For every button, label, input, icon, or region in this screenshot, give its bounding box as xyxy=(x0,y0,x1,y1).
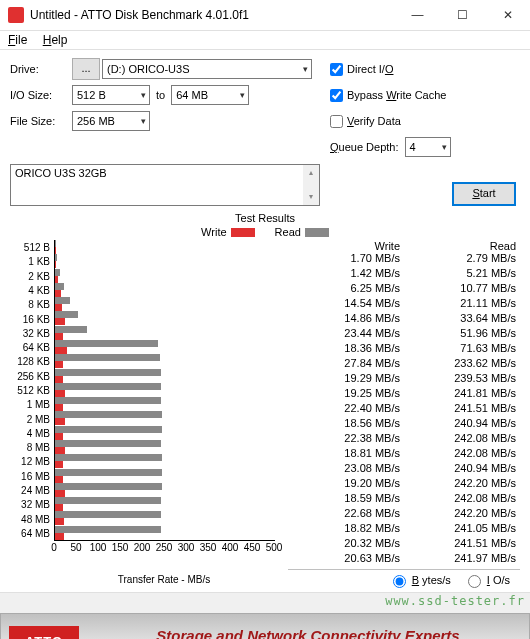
bar-write xyxy=(55,447,65,454)
scroll-down-icon[interactable]: ▾ xyxy=(303,189,319,205)
to-label: to xyxy=(156,89,165,101)
bar-read xyxy=(55,283,64,290)
bar-read xyxy=(55,454,162,461)
window-title: Untitled - ATTO Disk Benchmark 4.01.0f1 xyxy=(30,8,395,22)
bar-write xyxy=(55,347,67,354)
results-title: Test Results xyxy=(10,210,520,224)
bar-write xyxy=(55,476,63,483)
menubar: File Help xyxy=(0,31,530,49)
atto-logo: ATTO xyxy=(9,626,79,639)
verify-data-checkbox[interactable]: Verify Data xyxy=(330,115,401,128)
table-row: 22.68 MB/s242.20 MB/s xyxy=(288,507,520,522)
bar-read xyxy=(55,383,161,390)
bar-write xyxy=(55,404,63,411)
ios-radio[interactable]: IO/s xyxy=(463,572,510,588)
queue-depth-select[interactable]: 4▾ xyxy=(405,137,451,157)
direct-io-checkbox[interactable]: Direct I/O xyxy=(330,63,393,76)
y-tick-label: 16 KB xyxy=(23,313,50,324)
footer-tagline: Storage and Network Connectivity Experts xyxy=(87,627,529,640)
cell-read: 241.51 MB/s xyxy=(404,537,520,552)
chevron-down-icon: ▾ xyxy=(442,142,447,152)
description-textarea[interactable]: ORICO U3S 32GB ▴ ▾ xyxy=(10,164,320,206)
results-table: Write Read 1.70 MB/s2.79 MB/s1.42 MB/s5.… xyxy=(280,240,520,592)
iosize-to-select[interactable]: 64 MB▾ xyxy=(171,85,249,105)
y-tick-label: 32 MB xyxy=(21,499,50,510)
bytes-radio[interactable]: Bytes/s xyxy=(388,572,451,588)
bar-write xyxy=(55,533,64,540)
bar-read xyxy=(55,469,162,476)
cell-write: 18.81 MB/s xyxy=(288,447,404,462)
cell-write: 20.63 MB/s xyxy=(288,552,404,567)
table-row: 1.42 MB/s5.21 MB/s xyxy=(288,267,520,282)
bypass-cache-checkbox[interactable]: Bypass Write Cache xyxy=(330,89,446,102)
cell-read: 21.11 MB/s xyxy=(404,297,520,312)
x-tick-label: 350 xyxy=(200,542,217,553)
y-tick-label: 512 B xyxy=(24,242,50,253)
textarea-scrollbar[interactable]: ▴ ▾ xyxy=(303,165,319,205)
legend-write-swatch xyxy=(231,228,255,237)
bar-write xyxy=(55,433,63,440)
filesize-select[interactable]: 256 MB▾ xyxy=(72,111,150,131)
table-row: 23.44 MB/s51.96 MB/s xyxy=(288,327,520,342)
chevron-down-icon: ▾ xyxy=(141,116,146,126)
description-text: ORICO U3S 32GB xyxy=(15,167,107,179)
iosize-from-select[interactable]: 512 B▾ xyxy=(72,85,150,105)
bar-read xyxy=(55,369,161,376)
maximize-button[interactable]: ☐ xyxy=(440,0,485,30)
table-row: 18.36 MB/s71.63 MB/s xyxy=(288,342,520,357)
y-tick-label: 128 KB xyxy=(17,356,50,367)
chart-legend: Write Read xyxy=(10,224,520,240)
table-row: 6.25 MB/s10.77 MB/s xyxy=(288,282,520,297)
queue-depth-label: Queue Depth: xyxy=(330,141,399,153)
cell-write: 19.20 MB/s xyxy=(288,477,404,492)
y-tick-label: 16 MB xyxy=(21,470,50,481)
y-tick-label: 512 KB xyxy=(17,385,50,396)
bar-read xyxy=(55,511,161,518)
cell-write: 1.42 MB/s xyxy=(288,267,404,282)
menu-file[interactable]: File xyxy=(8,33,27,47)
minimize-button[interactable]: — xyxy=(395,0,440,30)
bar-write xyxy=(55,504,63,511)
cell-read: 242.08 MB/s xyxy=(404,492,520,507)
test-results-panel: Test Results Write Read 512 B1 KB2 KB4 K… xyxy=(10,210,520,592)
bar-write xyxy=(55,390,65,397)
legend-write-label: Write xyxy=(201,226,226,238)
table-row: 14.86 MB/s33.64 MB/s xyxy=(288,312,520,327)
bar-read xyxy=(55,340,158,347)
cell-write: 14.86 MB/s xyxy=(288,312,404,327)
iosize-label: I/O Size: xyxy=(10,89,72,101)
bar-read xyxy=(55,483,162,490)
bar-write xyxy=(55,247,56,254)
start-button[interactable]: Start xyxy=(452,182,516,206)
x-tick-label: 150 xyxy=(112,542,129,553)
y-tick-label: 256 KB xyxy=(17,370,50,381)
bar-write xyxy=(55,461,63,468)
filesize-label: File Size: xyxy=(10,115,72,127)
x-tick-label: 0 xyxy=(51,542,57,553)
bar-write xyxy=(55,518,64,525)
cell-write: 19.29 MB/s xyxy=(288,372,404,387)
close-button[interactable]: ✕ xyxy=(485,0,530,30)
drive-select[interactable]: (D:) ORICO-U3S▾ xyxy=(102,59,312,79)
footer-banner: ATTO Storage and Network Connectivity Ex… xyxy=(0,613,530,639)
drive-browse-button[interactable]: ... xyxy=(72,58,100,80)
cell-read: 242.20 MB/s xyxy=(404,477,520,492)
x-tick-label: 500 xyxy=(266,542,283,553)
bar-read xyxy=(55,269,60,276)
cell-read: 33.64 MB/s xyxy=(404,312,520,327)
bar-write xyxy=(55,304,62,311)
cell-write: 18.36 MB/s xyxy=(288,342,404,357)
cell-write: 18.59 MB/s xyxy=(288,492,404,507)
cell-write: 22.68 MB/s xyxy=(288,507,404,522)
chevron-down-icon: ▾ xyxy=(141,90,146,100)
y-tick-label: 1 MB xyxy=(27,399,50,410)
scroll-up-icon[interactable]: ▴ xyxy=(303,165,319,181)
cell-read: 242.08 MB/s xyxy=(404,447,520,462)
titlebar: Untitled - ATTO Disk Benchmark 4.01.0f1 … xyxy=(0,0,530,31)
y-tick-label: 8 MB xyxy=(27,442,50,453)
table-row: 19.29 MB/s239.53 MB/s xyxy=(288,372,520,387)
x-tick-label: 400 xyxy=(222,542,239,553)
cell-write: 22.38 MB/s xyxy=(288,432,404,447)
y-tick-label: 64 KB xyxy=(23,342,50,353)
menu-help[interactable]: Help xyxy=(43,33,68,47)
